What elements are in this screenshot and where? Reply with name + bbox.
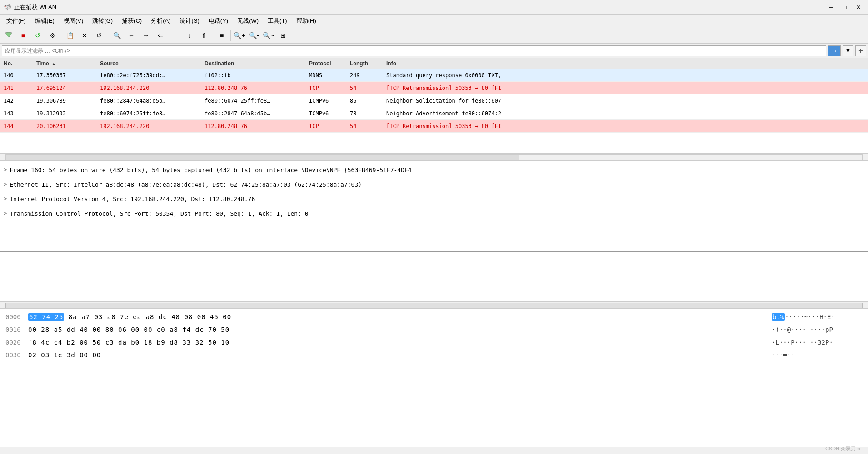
packet-source: fe80::2847:64a8:d5b… bbox=[100, 98, 205, 104]
title-bar: 🦈 正在捕获 WLAN ─ □ ✕ bbox=[0, 0, 868, 15]
col-header-source[interactable]: Source bbox=[100, 60, 205, 67]
packet-time: 20.106231 bbox=[36, 123, 100, 129]
detail-row[interactable]: > Internet Protocol Version 4, Src: 192.… bbox=[0, 192, 868, 206]
detail-scrollbar[interactable] bbox=[0, 301, 868, 309]
hex-ascii: bt%·····~···H·E· bbox=[772, 313, 863, 321]
packet-list-container: No. Time ▲ Source Destination Protocol L… bbox=[0, 58, 868, 153]
packet-row[interactable]: 140 17.350367 fe80::2e:f725:39dd:… ff02:… bbox=[0, 69, 868, 82]
packet-time: 19.306789 bbox=[36, 98, 100, 104]
detail-expand-icon[interactable]: > bbox=[4, 210, 7, 217]
toolbar-options-button[interactable]: ⚙ bbox=[45, 29, 59, 42]
hex-bytes: 00 28 a5 dd 40 00 80 06 00 00 c0 a8 f4 d… bbox=[28, 326, 772, 333]
toolbar-close-button[interactable]: ↺ bbox=[92, 29, 106, 42]
filter-dropdown-button[interactable]: ▼ bbox=[843, 45, 853, 56]
menu-item-v[interactable]: 视图(V) bbox=[59, 15, 88, 27]
filter-apply-button[interactable]: → bbox=[828, 45, 841, 56]
toolbar-up-button[interactable]: ↑ bbox=[168, 29, 182, 42]
packet-source: fe80::2e:f725:39dd:… bbox=[100, 72, 205, 79]
menu-item-f[interactable]: 文件(F) bbox=[2, 15, 30, 27]
menu-item-h[interactable]: 帮助(H) bbox=[292, 15, 321, 27]
menu-item-s[interactable]: 统计(S) bbox=[175, 15, 204, 27]
toolbar-columns-button[interactable]: ≡ bbox=[215, 29, 229, 42]
packet-row[interactable]: 142 19.306789 fe80::2847:64a8:d5b… fe80:… bbox=[0, 94, 868, 107]
toolbar-separator-4 bbox=[230, 30, 231, 41]
hex-bytes: 62 74 25 8a a7 03 a8 7e ea a8 dc 48 08 0… bbox=[28, 313, 772, 321]
hex-offset: 0020 bbox=[5, 339, 28, 346]
watermark: CSDN 众双刃 ∞ bbox=[825, 445, 861, 452]
toolbar-find-button[interactable]: 🔍 bbox=[110, 29, 124, 42]
hex-bytes: 02 03 1e 3d 00 00 bbox=[28, 351, 772, 359]
hex-offset: 0010 bbox=[5, 326, 28, 333]
maximize-button[interactable]: □ bbox=[839, 3, 851, 12]
detail-text: Frame 160: 54 bytes on wire (432 bits), … bbox=[10, 167, 411, 173]
packet-info: Neighbor Solicitation for fe80::607 bbox=[386, 98, 868, 104]
toolbar-go-button[interactable]: ⇐ bbox=[154, 29, 167, 42]
packet-row[interactable]: 143 19.312933 fe80::6074:25ff:fe8… fe80:… bbox=[0, 107, 868, 120]
toolbar-down-button[interactable]: ↓ bbox=[183, 29, 196, 42]
col-header-no[interactable]: No. bbox=[0, 60, 36, 67]
window-title: 正在捕获 WLAN bbox=[14, 3, 864, 11]
toolbar: ■ ↺ ⚙ 📋 ✕ ↺ 🔍 ← → ⇐ ↑ ↓ ⇑ ≡ 🔍+ 🔍- 🔍~ ⊞ bbox=[0, 27, 868, 44]
hex-ascii-highlight: bt% bbox=[772, 313, 785, 321]
menu-bar: 文件(F)编辑(E)视图(V)跳转(G)捕获(C)分析(A)统计(S)电话(Y)… bbox=[0, 15, 868, 27]
toolbar-prev-button[interactable]: ← bbox=[125, 29, 138, 42]
col-header-info[interactable]: Info bbox=[386, 60, 868, 67]
packet-row[interactable]: 141 17.695124 192.168.244.220 112.80.248… bbox=[0, 82, 868, 94]
detail-expand-icon[interactable]: > bbox=[4, 181, 7, 188]
packet-proto: TCP bbox=[309, 123, 350, 129]
col-header-len[interactable]: Length bbox=[350, 60, 386, 67]
col-header-dest[interactable]: Destination bbox=[205, 60, 309, 67]
toolbar-zoom-out-button[interactable]: 🔍- bbox=[247, 29, 261, 42]
hex-panel: 0000 62 74 25 8a a7 03 a8 7e ea a8 dc 48… bbox=[0, 309, 868, 447]
menu-item-g[interactable]: 跳转(G) bbox=[88, 15, 117, 27]
toolbar-wireshark-icon[interactable] bbox=[2, 29, 15, 42]
toolbar-top-button[interactable]: ⇑ bbox=[197, 29, 211, 42]
hex-row[interactable]: 0020 f8 4c c4 b2 00 50 c3 da b0 18 b9 d8… bbox=[0, 336, 868, 349]
packet-list-scrollbar[interactable] bbox=[0, 153, 868, 161]
menu-item-y[interactable]: 电话(Y) bbox=[204, 15, 233, 27]
detail-panel: > Frame 160: 54 bytes on wire (432 bits)… bbox=[0, 161, 868, 252]
close-button[interactable]: ✕ bbox=[853, 3, 864, 12]
hex-ascii: ·(··@·········pP bbox=[772, 326, 863, 333]
toolbar-open-button[interactable]: 📋 bbox=[63, 29, 77, 42]
minimize-button[interactable]: ─ bbox=[825, 3, 837, 12]
toolbar-stop-button[interactable]: ■ bbox=[16, 29, 30, 42]
menu-item-c[interactable]: 捕获(C) bbox=[117, 15, 146, 27]
packet-dest: fe80::6074:25ff:fe8… bbox=[205, 98, 309, 104]
time-sort-icon: ▲ bbox=[51, 61, 56, 66]
detail-row[interactable]: > Ethernet II, Src: IntelCor_a8:dc:48 (a… bbox=[0, 177, 868, 192]
toolbar-save-button[interactable]: ✕ bbox=[78, 29, 91, 42]
window-controls: ─ □ ✕ bbox=[825, 3, 864, 12]
packet-row[interactable]: 144 20.106231 192.168.244.220 112.80.248… bbox=[0, 120, 868, 133]
packet-info: [TCP Retransmission] 50353 → 80 [FI bbox=[386, 85, 868, 91]
menu-item-w[interactable]: 无线(W) bbox=[233, 15, 263, 27]
toolbar-separator-2 bbox=[108, 30, 108, 41]
toolbar-zoom-fit-button[interactable]: ⊞ bbox=[276, 29, 290, 42]
col-header-proto[interactable]: Protocol bbox=[309, 60, 350, 67]
packet-len: 54 bbox=[350, 123, 386, 129]
packet-dest: 112.80.248.76 bbox=[205, 85, 309, 91]
filter-add-button[interactable]: + bbox=[855, 45, 866, 56]
filter-input[interactable] bbox=[2, 45, 826, 56]
packet-info: [TCP Retransmission] 50353 → 80 [FI bbox=[386, 123, 868, 129]
col-header-time[interactable]: Time ▲ bbox=[36, 60, 100, 67]
hex-bytes: f8 4c c4 b2 00 50 c3 da b0 18 b9 d8 33 3… bbox=[28, 339, 772, 346]
filter-bar: → ▼ + bbox=[0, 44, 868, 58]
toolbar-restart-button[interactable]: ↺ bbox=[31, 29, 45, 42]
packet-dest: ff02::fb bbox=[205, 72, 309, 79]
menu-item-a[interactable]: 分析(A) bbox=[146, 15, 175, 27]
packet-len: 86 bbox=[350, 98, 386, 104]
detail-expand-icon[interactable]: > bbox=[4, 167, 7, 173]
toolbar-next-button[interactable]: → bbox=[139, 29, 153, 42]
toolbar-zoom-reset-button[interactable]: 🔍~ bbox=[262, 29, 275, 42]
hex-row[interactable]: 0010 00 28 a5 dd 40 00 80 06 00 00 c0 a8… bbox=[0, 323, 868, 336]
detail-row[interactable]: > Frame 160: 54 bytes on wire (432 bits)… bbox=[0, 163, 868, 177]
menu-item-t[interactable]: 工具(T) bbox=[263, 15, 292, 27]
hex-row[interactable]: 0000 62 74 25 8a a7 03 a8 7e ea a8 dc 48… bbox=[0, 311, 868, 323]
menu-item-e[interactable]: 编辑(E) bbox=[30, 15, 59, 27]
detail-expand-icon[interactable]: > bbox=[4, 196, 7, 202]
hex-row[interactable]: 0030 02 03 1e 3d 00 00 ···=·· bbox=[0, 349, 868, 361]
detail-row[interactable]: > Transmission Control Protocol, Src Por… bbox=[0, 206, 868, 221]
toolbar-zoom-in-button[interactable]: 🔍+ bbox=[233, 29, 246, 42]
hex-ascii: ·L···P······32P· bbox=[772, 339, 863, 346]
